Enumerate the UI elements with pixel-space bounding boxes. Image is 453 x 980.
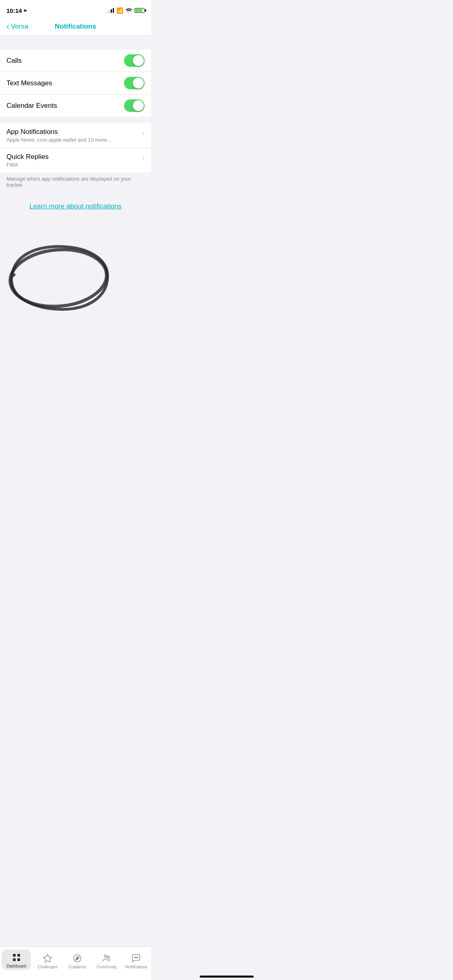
- empty-space: [0, 220, 151, 341]
- app-notifications-row[interactable]: App Notifications Apple News, com.apple.…: [0, 123, 151, 148]
- wifi-icon: 📶: [116, 7, 123, 14]
- app-notifications-subtitle: Apple News, com.apple.wallet and 10 more…: [6, 137, 142, 143]
- status-bar: 10:14 ➤ 📶: [0, 0, 151, 18]
- text-messages-label: Text Messages: [6, 79, 52, 87]
- calendar-events-toggle[interactable]: [124, 99, 145, 112]
- section-gap-top: [0, 35, 151, 49]
- battery-icon: [134, 8, 145, 13]
- calls-label: Calls: [6, 57, 22, 65]
- section-footer-text: Manage which app notifications are displ…: [6, 176, 131, 188]
- status-icons: 📶: [107, 7, 145, 14]
- quick-replies-subtitle: Fitbit: [6, 162, 142, 168]
- calendar-events-label: Calendar Events: [6, 102, 57, 110]
- section-footer: Manage which app notifications are displ…: [0, 173, 151, 193]
- toggle-knob: [133, 55, 144, 66]
- toggle-knob: [133, 100, 144, 111]
- calls-toggle[interactable]: [124, 54, 145, 67]
- main-content: Calls Text Messages Calendar Events App …: [0, 35, 151, 374]
- app-notifications-chevron-icon: ›: [142, 128, 145, 137]
- quick-replies-chevron-icon: ›: [142, 153, 145, 162]
- back-button[interactable]: ‹ Versa: [6, 22, 28, 31]
- app-notifications-title: App Notifications: [6, 128, 142, 136]
- wifi-icon: [126, 8, 132, 13]
- calendar-events-row: Calendar Events: [0, 95, 151, 117]
- nav-section: App Notifications Apple News, com.apple.…: [0, 123, 151, 173]
- text-messages-row: Text Messages: [0, 72, 151, 95]
- status-time: 10:14 ➤: [6, 7, 27, 14]
- section-gap-middle: [0, 117, 151, 123]
- location-icon: ➤: [23, 8, 27, 13]
- back-chevron-icon: ‹: [6, 22, 9, 31]
- calls-row: Calls: [0, 49, 151, 72]
- quick-replies-content: Quick Replies Fitbit: [6, 153, 142, 168]
- text-messages-toggle[interactable]: [124, 77, 145, 89]
- page-title: Notifications: [55, 23, 96, 31]
- back-label: Versa: [11, 23, 28, 31]
- quick-replies-title: Quick Replies: [6, 153, 142, 161]
- learn-more-section: Learn more about notifications: [0, 193, 151, 220]
- signal-icon: [107, 8, 114, 13]
- toggle-section: Calls Text Messages Calendar Events: [0, 49, 151, 117]
- time-display: 10:14: [6, 7, 22, 14]
- nav-header: ‹ Versa Notifications: [0, 18, 151, 35]
- toggle-knob: [133, 78, 144, 89]
- learn-more-link[interactable]: Learn more about notifications: [29, 202, 122, 210]
- app-notifications-content: App Notifications Apple News, com.apple.…: [6, 128, 142, 143]
- quick-replies-row[interactable]: Quick Replies Fitbit ›: [0, 148, 151, 173]
